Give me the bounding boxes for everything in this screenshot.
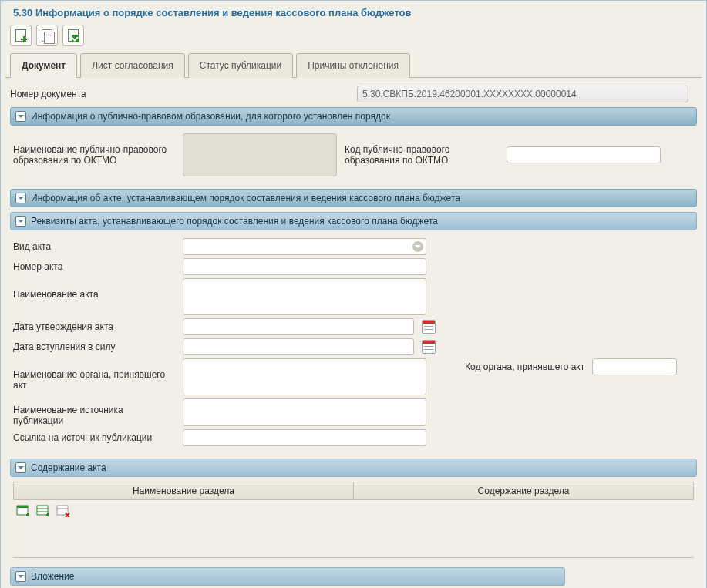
- calendar-icon[interactable]: [422, 340, 436, 354]
- ppo-code-label: Код публично-правового образования по ОК…: [345, 144, 499, 166]
- act-name-input[interactable]: [183, 278, 426, 315]
- grid-delete-row-icon[interactable]: [56, 505, 70, 517]
- tab-rejection-reasons[interactable]: Причины отклонения: [296, 53, 410, 78]
- new-document-button[interactable]: [10, 25, 32, 46]
- act-number-input[interactable]: [183, 258, 426, 275]
- tab-approval-sheet[interactable]: Лист согласования: [80, 53, 185, 78]
- ppo-name-field[interactable]: [183, 133, 337, 176]
- source-link-input[interactable]: [183, 429, 426, 446]
- svg-rect-4: [37, 506, 48, 515]
- tab-publication-status[interactable]: Статус публикации: [188, 53, 293, 78]
- chevron-down-icon[interactable]: [15, 571, 26, 582]
- act-kind-label: Вид акта: [13, 241, 175, 252]
- copy-document-button[interactable]: [36, 25, 58, 46]
- chevron-down-icon[interactable]: [15, 216, 26, 227]
- authority-name-label: Наименование органа, принявшего акт: [13, 358, 175, 391]
- section-act-req-title: Реквизиты акта, устанавливающего порядок…: [31, 216, 438, 227]
- page-title[interactable]: 5.30 Информация о порядке составления и …: [5, 4, 702, 22]
- section-ppo-title: Информация о публично-правовом образован…: [31, 111, 390, 122]
- chevron-down-icon[interactable]: [412, 241, 423, 252]
- section-act-content-title: Содержание акта: [31, 462, 106, 473]
- col-section-content[interactable]: Содержание раздела: [354, 482, 693, 499]
- grid-add-row-icon[interactable]: [16, 505, 30, 517]
- tab-document[interactable]: Документ: [10, 53, 77, 78]
- section-ppo-header[interactable]: Информация о публично-правовом образован…: [10, 107, 697, 126]
- section-act-req-header[interactable]: Реквизиты акта, устанавливающего порядок…: [10, 212, 697, 230]
- authority-name-input[interactable]: [183, 358, 426, 395]
- act-approve-date-input[interactable]: [183, 318, 414, 335]
- section-attachment-header[interactable]: Вложение: [10, 567, 565, 586]
- page-plus-icon: [15, 29, 26, 42]
- toolbar: [5, 22, 702, 52]
- act-effect-date-input[interactable]: [183, 338, 414, 355]
- grid-add-rows-icon[interactable]: [36, 505, 50, 517]
- chevron-down-icon[interactable]: [15, 193, 26, 203]
- section-act-info-header[interactable]: Информация об акте, устанавливающем поря…: [10, 189, 697, 207]
- act-approve-date-label: Дата утверждения акта: [13, 321, 175, 332]
- act-effect-date-label: Дата вступления в силу: [13, 341, 175, 352]
- act-name-label: Наименование акта: [13, 278, 175, 300]
- doc-number-label: Номер документа: [10, 89, 349, 99]
- source-name-input[interactable]: [183, 398, 426, 426]
- chevron-down-icon[interactable]: [15, 462, 26, 473]
- page-check-icon: [68, 29, 79, 42]
- section-act-info-title: Информация об акте, устанавливающем поря…: [31, 193, 460, 203]
- col-section-name[interactable]: Наименование раздела: [14, 482, 354, 499]
- grid-toolbar: [13, 500, 694, 522]
- doc-number-value: 5.30.СВКПБ.2019.46200001.XXXXXXXX.000000…: [357, 86, 688, 102]
- pages-icon: [42, 29, 52, 42]
- section-act-content-header[interactable]: Содержание акта: [10, 459, 697, 477]
- ppo-name-label: Наименование публично-правового образова…: [13, 144, 175, 166]
- svg-rect-1: [17, 506, 28, 508]
- calendar-icon[interactable]: [422, 320, 436, 334]
- source-link-label: Ссылка на источник публикации: [13, 432, 175, 443]
- ppo-code-input[interactable]: [507, 146, 661, 163]
- act-number-label: Номер акта: [13, 261, 175, 272]
- approve-document-button[interactable]: [62, 25, 84, 46]
- section-attachment-title: Вложение: [31, 571, 74, 582]
- authority-code-label: Код органа, принявшего акт: [465, 361, 584, 372]
- act-kind-combo[interactable]: [183, 238, 426, 255]
- tabs: Документ Лист согласования Статус публик…: [5, 52, 702, 78]
- act-content-grid-header: Наименование раздела Содержание раздела: [13, 482, 694, 500]
- chevron-down-icon[interactable]: [15, 111, 26, 122]
- authority-code-input[interactable]: [592, 358, 677, 375]
- source-name-label: Наименование источника публикации: [13, 398, 175, 426]
